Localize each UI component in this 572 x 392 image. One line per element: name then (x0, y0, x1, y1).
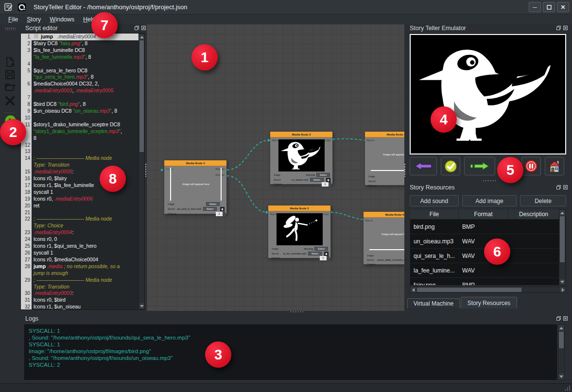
script-editor[interactable]: 1jump .mediaEntry00042$fairy DC8 "fairy.… (20, 33, 145, 310)
code-line[interactable]: 8$bird DC8 "bird.png", 8 (21, 101, 139, 108)
code-line[interactable]: 13 (21, 148, 139, 155)
table-scrollbar[interactable] (559, 209, 566, 285)
code-line[interactable]: 14; ---------------------------- Media n… (21, 155, 139, 162)
select-sound-button[interactable]: Select (308, 252, 322, 256)
code-line[interactable]: Type: Choice (21, 222, 139, 229)
close-button[interactable]: ✕ (557, 2, 569, 12)
code-line[interactable]: 31lcons r0, $bird (21, 297, 139, 304)
toolbar-drag-handle[interactable] (5, 27, 16, 30)
maximize-button[interactable] (543, 2, 555, 12)
outputs-spinner[interactable]: 1 (322, 182, 329, 187)
code-line[interactable]: 24lcons r0, 0 (21, 236, 139, 243)
node-title[interactable]: Media Node 5 (268, 205, 330, 211)
spinner-arrows[interactable] (223, 212, 225, 216)
previous-button[interactable] (410, 157, 437, 175)
media-node-3[interactable]: Media Node 3 Port In Port Out Image bird… (270, 131, 333, 185)
media-node-6[interactable]: Media Node 6 Port In Image will appear h… (363, 211, 404, 265)
scroll-up-arrow[interactable] (139, 34, 144, 40)
splitter-emulator-resources[interactable] (482, 180, 496, 182)
scrollbar-thumb[interactable] (559, 332, 564, 348)
code-line[interactable]: 11$story1_drako_luminelle_sceptre DC8 (21, 121, 139, 128)
delete-button[interactable]: Delete (520, 195, 566, 206)
close-panel-icon[interactable] (563, 25, 568, 31)
table-row[interactable]: la_fee_lumine...WAV (410, 263, 566, 278)
code-line[interactable]: 8 (21, 135, 139, 142)
node-title[interactable]: Media Node 4 (164, 160, 226, 166)
menu-windows[interactable]: Windows (45, 15, 79, 24)
scroll-up-arrow[interactable] (559, 210, 565, 216)
logs-scrollbar[interactable] (558, 324, 565, 380)
scrollbar-thumb[interactable] (560, 216, 565, 262)
float-panel-icon[interactable] (134, 25, 139, 31)
splitter-canvas-right[interactable] (404, 163, 406, 177)
select-image-button[interactable]: Select (206, 202, 220, 206)
code-line[interactable]: 5$qui_sera_le_hero DC8 (21, 68, 139, 74)
scroll-down-arrow[interactable] (558, 374, 564, 379)
delete-sound-icon[interactable] (324, 252, 329, 256)
code-line[interactable]: jump is enough (21, 270, 139, 277)
media-node-5[interactable]: Media Node 5 Port In Port Out Image fair… (268, 205, 331, 258)
spinner-arrows[interactable] (327, 256, 329, 260)
table-hscrollbar[interactable] (410, 287, 566, 293)
float-panel-icon[interactable] (556, 25, 561, 31)
code-line[interactable]: 19lcons r0, .mediaEntry0006 (21, 196, 139, 203)
code-line[interactable]: 22; ---------------------------- Media n… (21, 216, 139, 222)
scrollbar-thumb[interactable] (139, 40, 144, 152)
add-image-button[interactable]: Add image (462, 195, 517, 206)
code-line[interactable]: 7 (21, 94, 139, 101)
code-line[interactable]: Type: Transition (21, 162, 139, 169)
pause-button[interactable] (521, 157, 541, 175)
select-sound-button[interactable]: Select (310, 178, 324, 182)
scroll-left-arrow[interactable] (410, 287, 416, 292)
code-line[interactable]: 12 (21, 142, 139, 149)
code-line[interactable]: 2$fairy DC8 "fairy.png", 8 (21, 40, 139, 47)
close-panel-icon[interactable] (141, 25, 146, 31)
code-line[interactable]: 28jump .media ; no return possible, so a (21, 263, 139, 270)
code-line[interactable]: 30.mediaEntry0003: (21, 290, 139, 297)
select-image-button[interactable]: Select (314, 247, 328, 251)
code-line[interactable]: 4 (21, 61, 139, 68)
code-line[interactable]: 21 (21, 209, 139, 216)
outputs-spinner[interactable]: 1 (320, 256, 327, 260)
add-sound-button[interactable]: Add sound (410, 195, 459, 206)
code-line[interactable]: 26syscall 1 (21, 250, 139, 256)
code-line[interactable]: 29; ---------------------------- Media n… (21, 277, 139, 284)
code-line[interactable]: 27lcons r0, $mediaChoice0004 (21, 256, 139, 263)
code-line[interactable]: "story1_drako_luminelle_sceptre.mp3", (21, 128, 139, 135)
float-panel-icon[interactable] (556, 316, 561, 321)
minimize-button[interactable]: ─ (529, 2, 541, 12)
code-line[interactable]: 18syscall 1 (21, 189, 139, 196)
spinner-arrows[interactable] (329, 182, 331, 187)
select-image-button[interactable]: Select (316, 173, 330, 177)
node-title[interactable]: Media Node 3 (270, 132, 332, 137)
code-line[interactable]: 6$mediaChoice0004 DC32, 2, (21, 81, 139, 87)
resize-grip[interactable] (564, 385, 571, 391)
splitter-canvas-logs[interactable] (290, 311, 303, 313)
media-node-4[interactable]: Media Node 4 Port In Port Out Port Out I… (164, 160, 227, 214)
tab-story-resources[interactable]: Story Resources (461, 297, 517, 308)
splitter-editor-canvas[interactable] (145, 163, 147, 177)
code-line[interactable]: "la_fee_luminelle.mp3", 8 (21, 54, 139, 61)
delete-sound-icon[interactable] (326, 178, 330, 182)
scroll-down-arrow[interactable] (139, 303, 144, 309)
save-icon[interactable] (4, 69, 16, 80)
code-line[interactable]: Type: Transition (21, 284, 139, 290)
delete-sound-icon[interactable] (220, 207, 225, 211)
next-button[interactable] (464, 157, 495, 175)
tab-virtual-machine[interactable]: Virtual Machine (407, 298, 460, 308)
table-row[interactable]: bird.pngBMP (410, 220, 566, 234)
close-panel-icon[interactable] (563, 316, 568, 321)
open-folder-icon[interactable] (4, 81, 16, 92)
close-project-icon[interactable] (4, 95, 16, 106)
home-button[interactable] (545, 157, 564, 175)
title-bar[interactable]: StoryTeller Editor - /home/anthony/ostpr… (0, 0, 572, 15)
menu-story[interactable]: Story (22, 15, 45, 24)
code-line[interactable]: 25lcons r1, $qui_sera_le_hero (21, 243, 139, 250)
code-line[interactable]: 1jump .mediaEntry0004 (21, 34, 139, 40)
node-graph-canvas[interactable]: Media Node 4 Port In Port Out Port Out I… (147, 24, 404, 311)
new-document-icon[interactable] (4, 56, 16, 68)
logs-output[interactable]: SYSCALL: 1, Sound: "/home/anthony/ostpro… (24, 324, 557, 380)
outputs-spinner[interactable]: 2 (216, 212, 223, 216)
media-node-2[interactable]: Media Node 2 Port In Image will appear h… (364, 131, 404, 186)
float-panel-icon[interactable] (556, 185, 561, 190)
